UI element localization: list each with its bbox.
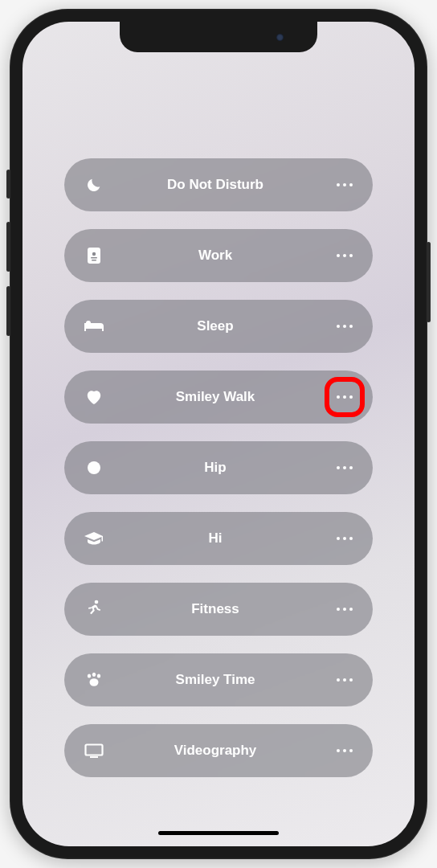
focus-label: Hip bbox=[108, 460, 333, 476]
svg-point-4 bbox=[88, 461, 100, 474]
focus-label: Do Not Disturb bbox=[108, 177, 333, 193]
heart-icon bbox=[80, 389, 108, 405]
volume-down bbox=[6, 286, 10, 336]
runner-icon bbox=[80, 600, 108, 619]
focus-item-smiley-time[interactable]: Smiley Time bbox=[64, 653, 373, 706]
ellipsis-icon bbox=[337, 749, 353, 752]
svg-rect-10 bbox=[86, 745, 103, 755]
focus-item-hi[interactable]: Hi bbox=[64, 512, 373, 565]
display-icon bbox=[80, 743, 108, 758]
more-button[interactable] bbox=[333, 456, 357, 480]
mute-switch bbox=[6, 170, 10, 199]
more-button[interactable] bbox=[333, 526, 357, 551]
ellipsis-icon bbox=[337, 466, 353, 469]
graduation-cap-icon bbox=[80, 531, 108, 546]
more-button[interactable] bbox=[333, 739, 357, 763]
ellipsis-icon bbox=[337, 395, 353, 399]
focus-item-sleep[interactable]: Sleep bbox=[64, 300, 373, 353]
focus-item-smiley-walk[interactable]: Smiley Walk bbox=[64, 371, 373, 424]
ellipsis-icon bbox=[337, 678, 353, 682]
circle-icon bbox=[80, 461, 108, 475]
ellipsis-icon bbox=[337, 608, 353, 611]
more-button[interactable] bbox=[333, 244, 357, 268]
focus-list: Do Not Disturb Work Sleep bbox=[22, 22, 415, 846]
svg-point-6 bbox=[88, 674, 91, 678]
paw-icon bbox=[80, 672, 108, 688]
svg-point-9 bbox=[90, 678, 99, 686]
focus-label: Fitness bbox=[108, 601, 333, 617]
bed-icon bbox=[80, 319, 108, 334]
more-button[interactable] bbox=[333, 597, 357, 621]
focus-label: Sleep bbox=[108, 318, 333, 334]
svg-point-1 bbox=[92, 252, 96, 256]
svg-point-8 bbox=[97, 674, 100, 678]
focus-label: Videography bbox=[108, 743, 333, 759]
more-button[interactable] bbox=[333, 173, 357, 197]
screen: Do Not Disturb Work Sleep bbox=[22, 22, 415, 846]
svg-rect-3 bbox=[92, 260, 96, 260]
side-button bbox=[427, 242, 431, 322]
home-indicator[interactable] bbox=[158, 831, 279, 835]
more-button[interactable] bbox=[333, 314, 357, 338]
badge-icon bbox=[80, 247, 108, 264]
focus-item-videography[interactable]: Videography bbox=[64, 724, 373, 777]
ellipsis-icon bbox=[337, 183, 353, 186]
front-camera bbox=[276, 34, 284, 41]
focus-item-work[interactable]: Work bbox=[64, 229, 373, 282]
ellipsis-icon bbox=[337, 254, 353, 257]
svg-point-5 bbox=[95, 600, 99, 604]
focus-item-do-not-disturb[interactable]: Do Not Disturb bbox=[64, 158, 373, 211]
focus-item-hip[interactable]: Hip bbox=[64, 441, 373, 494]
volume-up bbox=[6, 222, 10, 272]
focus-label: Hi bbox=[108, 530, 333, 547]
more-button[interactable] bbox=[333, 668, 357, 692]
focus-item-fitness[interactable]: Fitness bbox=[64, 583, 373, 636]
focus-label: Work bbox=[108, 248, 333, 264]
moon-icon bbox=[80, 176, 108, 194]
ellipsis-icon bbox=[337, 325, 353, 328]
focus-label: Smiley Walk bbox=[108, 389, 333, 405]
svg-point-7 bbox=[92, 673, 96, 677]
svg-rect-2 bbox=[91, 257, 97, 259]
more-button[interactable] bbox=[333, 385, 357, 409]
notch bbox=[120, 22, 317, 52]
focus-label: Smiley Time bbox=[108, 672, 333, 688]
ellipsis-icon bbox=[337, 537, 353, 540]
phone-frame: Do Not Disturb Work Sleep bbox=[10, 9, 427, 859]
